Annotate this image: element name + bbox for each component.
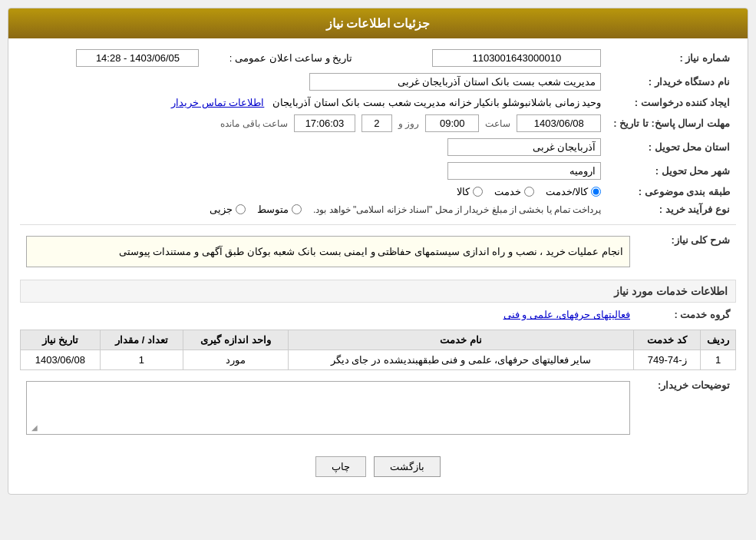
- services-table: ردیف کد خدمت نام خدمت واحد اندازه گیری ت…: [20, 330, 736, 370]
- category-value-cell: کالا/خدمت خدمت کالا: [20, 183, 607, 200]
- radio-khadamat-label: خدمت: [494, 186, 521, 197]
- services-table-header-row: ردیف کد خدمت نام خدمت واحد اندازه گیری ت…: [21, 330, 736, 350]
- cell-quantity: 1: [100, 350, 183, 370]
- radio-kala-khadamat-label: کالا/خدمت: [546, 186, 589, 197]
- radio-small-label: جزیی: [210, 204, 233, 215]
- send-remaining-label: ساعت باقی مانده: [220, 118, 288, 129]
- buyer-org-value: مدیریت شعب بست بانک استان آذربایجان غربی: [20, 70, 607, 94]
- row-buyer-org: نام دستگاه خریدار : مدیریت شعب بست بانک …: [20, 70, 736, 94]
- category-radio-kala: کالا: [457, 186, 483, 197]
- city-label: شهر محل تحویل :: [607, 159, 736, 183]
- col-row-num: ردیف: [701, 330, 736, 350]
- announce-value: 1403/06/05 - 14:28: [20, 46, 205, 70]
- services-table-body: 1 ز-74-749 سایر فعالیتهای حرفهای، علمی و…: [21, 350, 736, 370]
- page-wrapper: جزئیات اطلاعات نیاز شماره نیاز : 1103001…: [0, 0, 756, 540]
- service-group-table: گروه خدمت : فعالیتهای حرفهای، علمی و فنی: [20, 306, 736, 323]
- buyer-org-input: مدیریت شعب بست بانک استان آذربایجان غربی: [309, 73, 601, 91]
- content-area: شماره نیاز : 1103001643000010 تاریخ و سا…: [8, 38, 748, 494]
- row-category: طبقه بندی موضوعی : کالا/خدمت خدمت: [20, 183, 736, 200]
- city-value-cell: ارومیه: [20, 159, 607, 183]
- back-button[interactable]: بازگشت: [374, 456, 441, 477]
- service-group-label: گروه خدمت :: [636, 306, 736, 323]
- province-value-cell: آذربایجان غربی: [20, 135, 607, 159]
- need-desc-text: انجام عملیات خرید ، نصب و راه اندازی سیس…: [119, 246, 623, 257]
- row-city: شهر محل تحویل : ارومیه: [20, 159, 736, 183]
- col-service-name: نام خدمت: [288, 330, 633, 350]
- need-number-label: شماره نیاز :: [607, 46, 736, 70]
- city-input: ارومیه: [447, 162, 601, 180]
- purchase-type-radio-small: جزیی: [210, 204, 246, 215]
- purchase-type-note: پرداخت تمام یا بخشی از مبلغ خریدار از مح…: [313, 204, 601, 215]
- row-need-desc: شرح کلی نیاز: انجام عملیات خرید ، نصب و …: [20, 230, 736, 273]
- buyer-desc-box[interactable]: ◢: [26, 381, 630, 435]
- creator-value-cell: وحید زمانی باشلانبوشلو بانکیار خزانه مدی…: [20, 94, 607, 111]
- send-date-input: 1403/06/08: [517, 114, 601, 132]
- creator-link[interactable]: اطلاعات تماس خریدار: [171, 97, 264, 108]
- purchase-type-value-cell: پرداخت تمام یا بخشی از مبلغ خریدار از مح…: [20, 200, 607, 218]
- resize-handle: ◢: [28, 423, 38, 432]
- need-number-input: 1103001643000010: [432, 49, 601, 67]
- desc-table: شرح کلی نیاز: انجام عملیات خرید ، نصب و …: [20, 230, 736, 273]
- radio-small[interactable]: [236, 204, 246, 214]
- radio-kala-label: کالا: [457, 186, 470, 197]
- province-label: استان محل تحویل :: [607, 135, 736, 159]
- top-info-table: شماره نیاز : 1103001643000010 تاریخ و سا…: [20, 46, 736, 218]
- cell-service-code: ز-74-749: [634, 350, 701, 370]
- print-button[interactable]: چاپ: [315, 456, 366, 477]
- radio-kala-khadamat[interactable]: [591, 187, 601, 197]
- row-purchase-type: نوع فرآیند خرید : پرداخت تمام یا بخشی از…: [20, 200, 736, 218]
- buyer-desc-value-cell: ◢: [20, 375, 636, 441]
- col-service-code: کد خدمت: [634, 330, 701, 350]
- send-days-label: روز و: [398, 118, 419, 129]
- row-buyer-desc: توضیحات خریدار: ◢: [20, 375, 736, 441]
- time-row: 1403/06/08 ساعت 09:00 روز و 2 17:06:03 س…: [26, 114, 601, 132]
- col-unit: واحد اندازه گیری: [183, 330, 289, 350]
- buyer-desc-label: توضیحات خریدار:: [636, 375, 736, 441]
- purchase-type-label: نوع فرآیند خرید :: [607, 200, 736, 218]
- buyer-desc-table: توضیحات خریدار: ◢: [20, 375, 736, 441]
- need-desc-value-cell: انجام عملیات خرید ، نصب و راه اندازی سیس…: [20, 230, 636, 273]
- row-province: استان محل تحویل : آذربایجان غربی: [20, 135, 736, 159]
- bottom-buttons: بازگشت چاپ: [20, 447, 736, 486]
- main-container: جزئیات اطلاعات نیاز شماره نیاز : 1103001…: [8, 8, 748, 495]
- need-number-value: 1103001643000010: [358, 46, 607, 70]
- send-date-value-cell: 1403/06/08 ساعت 09:00 روز و 2 17:06:03 س…: [20, 111, 607, 135]
- category-label: طبقه بندی موضوعی :: [607, 183, 736, 200]
- radio-khadamat[interactable]: [524, 187, 534, 197]
- col-date: تاریخ نیاز: [21, 330, 101, 350]
- cell-service-name: سایر فعالیتهای حرفهای، علمی و فنی طبقهبن…: [288, 350, 633, 370]
- announce-label: تاریخ و ساعت اعلان عمومی :: [205, 46, 358, 70]
- send-remaining-input: 17:06:03: [294, 114, 355, 132]
- need-desc-box: انجام عملیات خرید ، نصب و راه اندازی سیس…: [26, 236, 630, 267]
- category-radio-group: کالا/خدمت خدمت کالا: [26, 186, 601, 197]
- category-radio-khadamat: خدمت: [494, 186, 534, 197]
- send-time-label: ساعت: [485, 118, 510, 129]
- purchase-type-radio-medium: متوسط: [257, 204, 302, 215]
- province-input: آذربایجان غربی: [447, 138, 601, 156]
- cell-date: 1403/06/08: [21, 350, 101, 370]
- radio-medium-label: متوسط: [257, 204, 289, 215]
- row-creator: ایجاد کننده درخواست : وحید زمانی باشلانب…: [20, 94, 736, 111]
- service-group-value[interactable]: فعالیتهای حرفهای، علمی و فنی: [503, 309, 630, 320]
- buyer-org-label: نام دستگاه خریدار :: [607, 70, 736, 94]
- creator-value: وحید زمانی باشلانبوشلو بانکیار خزانه مدی…: [272, 97, 601, 108]
- purchase-type-radio-group: پرداخت تمام یا بخشی از مبلغ خریدار از مح…: [26, 204, 601, 215]
- col-quantity: تعداد / مقدار: [100, 330, 183, 350]
- send-date-label: مهلت ارسال پاسخ: تا تاریخ :: [607, 111, 736, 135]
- page-header: جزئیات اطلاعات نیاز: [8, 8, 748, 38]
- services-table-head: ردیف کد خدمت نام خدمت واحد اندازه گیری ت…: [21, 330, 736, 350]
- page-title: جزئیات اطلاعات نیاز: [326, 17, 431, 30]
- divider-1: [20, 224, 736, 225]
- services-section-header: اطلاعات خدمات مورد نیاز: [20, 280, 736, 303]
- radio-kala[interactable]: [473, 187, 483, 197]
- cell-row-num: 1: [701, 350, 736, 370]
- send-time-input: 09:00: [425, 114, 479, 132]
- service-group-value-cell: فعالیتهای حرفهای، علمی و فنی: [20, 306, 636, 323]
- send-days-input: 2: [361, 114, 392, 132]
- need-desc-label: شرح کلی نیاز:: [636, 230, 736, 273]
- cell-unit: مورد: [183, 350, 289, 370]
- table-row: 1 ز-74-749 سایر فعالیتهای حرفهای، علمی و…: [21, 350, 736, 370]
- creator-label: ایجاد کننده درخواست :: [607, 94, 736, 111]
- radio-medium[interactable]: [292, 204, 302, 214]
- row-send-date: مهلت ارسال پاسخ: تا تاریخ : 1403/06/08 س…: [20, 111, 736, 135]
